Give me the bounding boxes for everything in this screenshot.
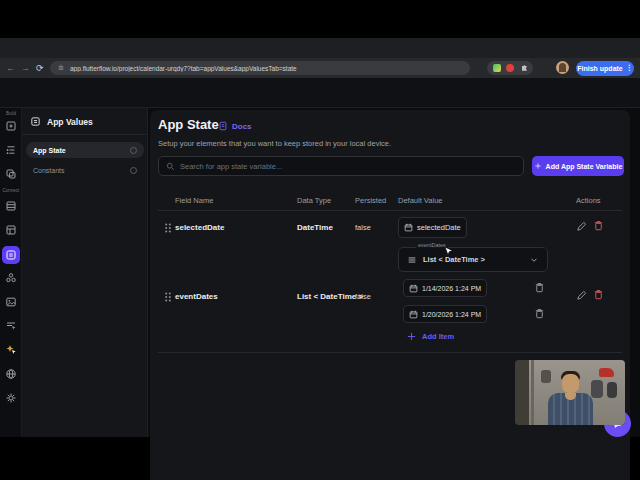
back-icon[interactable]: ←: [6, 63, 15, 73]
col-default-value: Default Value: [398, 196, 442, 205]
add-item-button[interactable]: Add Item: [406, 331, 454, 342]
app-values-icon: [30, 116, 41, 127]
help-dot-icon: [130, 167, 137, 174]
red-cap: [599, 368, 614, 377]
nav-rail: Build Connect: [0, 108, 22, 437]
col-field-name: Field Name: [175, 196, 213, 205]
list-icon: [407, 255, 417, 265]
list-item-date-button[interactable]: 1/20/2026 1:24 PM: [403, 305, 487, 323]
rail-connect-label: Connect: [0, 188, 22, 193]
delete-trash-icon[interactable]: [593, 220, 604, 231]
reload-icon[interactable]: ⟳: [36, 63, 44, 73]
browser-tab-bar: ◆ table_calendar 3.1.0 | Flutter × f Cal…: [0, 38, 640, 58]
persisted-cell: false: [355, 292, 371, 301]
nav-settings-gear-icon[interactable]: [5, 392, 17, 404]
page-title: App State: [158, 117, 219, 132]
person-face: [562, 374, 579, 393]
nav-widget-tree-icon[interactable]: [5, 144, 17, 156]
divider: [158, 210, 622, 211]
nav-pages-icon[interactable]: [5, 120, 17, 132]
browser-address-bar: ← → ⟳ app.flutterflow.io/project/calenda…: [0, 58, 640, 78]
add-button-label: Add App State Variable: [546, 163, 623, 170]
list-item-date-button[interactable]: 1/14/2026 1:24 PM: [403, 279, 487, 297]
finish-update-label: Finish update: [577, 65, 623, 72]
nav-firestore-icon[interactable]: [5, 200, 17, 212]
event-dates-type-dropdown[interactable]: List < DateTime >: [398, 247, 548, 272]
nav-api-calls-icon[interactable]: [5, 368, 17, 380]
extensions-puzzle-icon[interactable]: [520, 64, 528, 72]
finish-update-button[interactable]: Finish update ⋮: [576, 61, 634, 76]
nav-media-assets-icon[interactable]: [5, 296, 17, 308]
dropdown-value: List < DateTime >: [423, 255, 523, 264]
docs-link[interactable]: Docs: [218, 121, 252, 131]
nav-automations-icon[interactable]: [5, 320, 17, 332]
nav-agents-icon[interactable]: [5, 344, 17, 356]
sidebar-item-label: Constants: [33, 167, 65, 174]
add-item-label: Add Item: [422, 332, 454, 341]
sidebar-title: App Values: [47, 117, 93, 127]
edit-pencil-icon[interactable]: [576, 221, 587, 232]
search-icon: [166, 162, 175, 171]
drag-handle-icon[interactable]: [162, 222, 174, 234]
nav-data-schema-icon[interactable]: [5, 224, 17, 236]
extension-icon[interactable]: [493, 64, 501, 72]
plus-icon: [534, 162, 542, 170]
divider: [158, 352, 622, 353]
rail-build-label: Build: [0, 111, 22, 116]
col-data-type: Data Type: [297, 196, 331, 205]
field-name-cell: eventDates: [175, 292, 218, 301]
page-subtitle: Setup your elements that you want to kee…: [158, 139, 391, 148]
persisted-cell: false: [355, 223, 371, 232]
url-text: app.flutterflow.io/project/calendar-urqd…: [70, 65, 297, 72]
doc-icon: [218, 121, 228, 131]
screen: ◆ table_calendar 3.1.0 | Flutter × f Cal…: [0, 0, 640, 480]
url-field[interactable]: app.flutterflow.io/project/calendar-urqd…: [50, 61, 470, 75]
data-type-cell: DateTime: [297, 223, 333, 232]
default-value-label: selectedDate: [417, 223, 461, 232]
calendar-icon: [409, 284, 418, 293]
extension-icon[interactable]: [506, 64, 514, 72]
profile-avatar[interactable]: [556, 61, 569, 74]
nav-app-values-icon[interactable]: [2, 246, 20, 264]
sidebar-item-app-state[interactable]: App State: [26, 142, 144, 158]
site-info-icon[interactable]: [57, 64, 65, 72]
mouse-cursor: [444, 246, 455, 257]
date-value: 1/20/2026 1:24 PM: [422, 311, 481, 318]
date-value: 1/14/2026 1:24 PM: [422, 285, 481, 292]
nav-integrations-icon[interactable]: [5, 272, 17, 284]
help-dot-icon: [130, 147, 137, 154]
edit-pencil-icon[interactable]: [576, 290, 587, 301]
sidebar-item-constants[interactable]: Constants: [26, 162, 144, 178]
add-app-state-variable-button[interactable]: Add App State Variable: [532, 156, 624, 176]
docs-label: Docs: [232, 122, 252, 131]
default-value-date-button[interactable]: selectedDate: [398, 217, 467, 238]
more-options-icon: ⋮: [626, 64, 633, 72]
divider: [22, 134, 148, 135]
extensions-group: [487, 61, 533, 75]
chevron-down-icon: [529, 255, 539, 265]
remove-item-trash-icon[interactable]: [534, 282, 545, 293]
delete-trash-icon[interactable]: [593, 289, 604, 300]
col-actions: Actions: [576, 196, 601, 205]
nav-components-icon[interactable]: [5, 168, 17, 180]
search-input[interactable]: [180, 162, 516, 171]
calendar-icon: [409, 310, 418, 319]
webcam-background: [515, 360, 529, 425]
sidebar-item-label: App State: [33, 147, 66, 154]
col-persisted: Persisted: [355, 196, 386, 205]
forward-icon[interactable]: →: [21, 63, 30, 73]
app-values-sidebar: App Values App State Constants: [22, 108, 148, 437]
remove-item-trash-icon[interactable]: [534, 308, 545, 319]
plus-icon: [406, 331, 417, 342]
data-type-cell: List < DateTime >: [297, 292, 363, 301]
field-name-cell: selectedDate: [175, 223, 224, 232]
drag-handle-icon[interactable]: [162, 291, 174, 303]
flutterflow-header: Calendar Synced main Production ✓ ? ! </: [0, 78, 640, 108]
webcam-overlay: [515, 360, 625, 425]
calendar-icon: [404, 223, 413, 232]
search-variable-box: [158, 156, 524, 176]
